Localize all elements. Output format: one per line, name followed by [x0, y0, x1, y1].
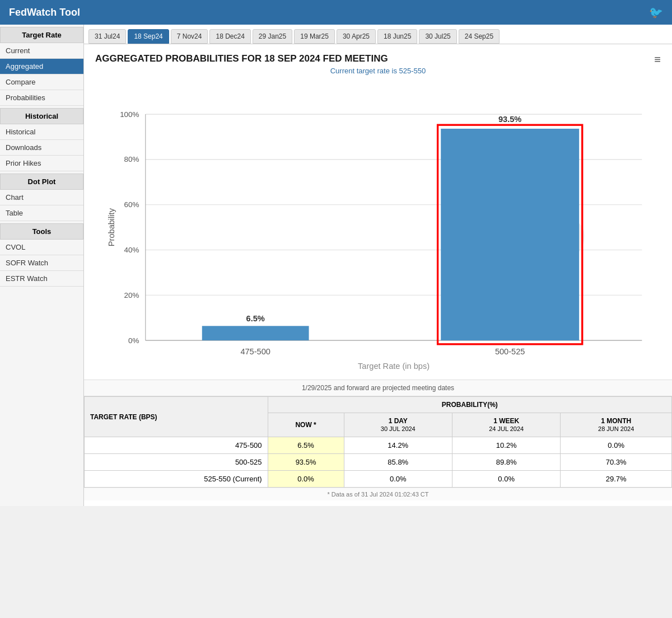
now-500-525: 93.5% — [268, 454, 344, 471]
svg-text:Target Rate (in bps): Target Rate (in bps) — [358, 362, 430, 371]
col-header-now: NOW * — [268, 413, 344, 437]
table-row: 500-525 93.5% 85.8% 89.8% 70.3% — [85, 454, 672, 471]
col-header-target-rate: TARGET RATE (BPS) — [85, 397, 268, 437]
now-475-500: 6.5% — [268, 437, 344, 454]
sidebar-item-probabilities[interactable]: Probabilities — [0, 90, 83, 106]
sidebar-item-estr-watch[interactable]: ESTR Watch — [0, 271, 83, 287]
data-table: TARGET RATE (BPS) PROBABILITY(%) NOW * 1… — [84, 396, 672, 488]
col-header-1day: 1 DAY 30 JUL 2024 — [344, 413, 452, 437]
chart-subtitle: Current target rate is 525-550 — [95, 67, 661, 75]
col-header-1week: 1 WEEK 24 JUL 2024 — [452, 413, 560, 437]
svg-text:0%: 0% — [128, 336, 139, 345]
month1-500-525: 70.3% — [561, 454, 672, 471]
sidebar-item-chart[interactable]: Chart — [0, 190, 83, 205]
bar-475-500 — [202, 326, 309, 340]
tab-18jun25[interactable]: 18 Jun25 — [377, 29, 417, 44]
probability-table: TARGET RATE (BPS) PROBABILITY(%) NOW * 1… — [84, 396, 672, 506]
table-footnote: * Data as of 31 Jul 2024 01:02:43 CT — [84, 488, 672, 500]
rate-525-550: 525-550 (Current) — [85, 471, 268, 488]
tab-19mar25[interactable]: 19 Mar25 — [294, 29, 335, 44]
svg-text:6.5%: 6.5% — [246, 314, 265, 323]
bar-chart: Probability 0% 20% 40% 60% 80% 100% — [95, 83, 661, 374]
sidebar-item-compare[interactable]: Compare — [0, 74, 83, 90]
col-header-probability: PROBABILITY(%) — [268, 397, 671, 413]
app-header: FedWatch Tool 🐦 — [0, 0, 672, 25]
sidebar-section-target-rate: Target Rate — [0, 27, 83, 43]
sidebar-item-cvol[interactable]: CVOL — [0, 240, 83, 255]
rate-475-500: 475-500 — [85, 437, 268, 454]
day1-475-500: 14.2% — [344, 437, 452, 454]
sidebar-item-aggregated[interactable]: Aggregated — [0, 59, 83, 74]
sidebar-item-prior-hikes[interactable]: Prior Hikes — [0, 156, 83, 171]
projected-dates-note: 1/29/2025 and forward are projected meet… — [84, 380, 672, 396]
now-525-550: 0.0% — [268, 471, 344, 488]
month1-475-500: 0.0% — [561, 437, 672, 454]
chart-title: AGGREGATED PROBABILITIES FOR 18 SEP 2024… — [95, 53, 661, 64]
sidebar-item-table[interactable]: Table — [0, 205, 83, 221]
tab-18sep24[interactable]: 18 Sep24 — [128, 29, 169, 44]
tab-31jul24[interactable]: 31 Jul24 — [88, 29, 126, 44]
week1-525-550: 0.0% — [452, 471, 560, 488]
svg-text:80%: 80% — [124, 155, 139, 163]
svg-text:20%: 20% — [124, 291, 139, 299]
chart-container: AGGREGATED PROBABILITIES FOR 18 SEP 2024… — [84, 44, 672, 380]
tab-30apr25[interactable]: 30 Apr25 — [337, 29, 376, 44]
main-content: 31 Jul24 18 Sep24 7 Nov24 18 Dec24 29 Ja… — [84, 25, 672, 506]
svg-text:475-500: 475-500 — [240, 347, 270, 356]
col-header-1month: 1 MONTH 28 JUN 2024 — [561, 413, 672, 437]
week1-500-525: 89.8% — [452, 454, 560, 471]
tab-7nov24[interactable]: 7 Nov24 — [171, 29, 208, 44]
week1-475-500: 10.2% — [452, 437, 560, 454]
table-row: 475-500 6.5% 14.2% 10.2% 0.0% — [85, 437, 672, 454]
svg-text:500-525: 500-525 — [495, 347, 525, 356]
tab-18dec24[interactable]: 18 Dec24 — [209, 29, 250, 44]
app-title: FedWatch Tool — [9, 7, 80, 18]
sidebar-section-tools: Tools — [0, 223, 83, 240]
sidebar-section-dot-plot: Dot Plot — [0, 174, 83, 190]
y-axis-label: Probability — [107, 208, 116, 246]
day1-525-550: 0.0% — [344, 471, 452, 488]
svg-text:40%: 40% — [124, 246, 139, 254]
sidebar-item-historical[interactable]: Historical — [0, 124, 83, 140]
table-row: 525-550 (Current) 0.0% 0.0% 0.0% 29.7% — [85, 471, 672, 488]
sidebar-item-sofr-watch[interactable]: SOFR Watch — [0, 255, 83, 271]
svg-text:60%: 60% — [124, 200, 139, 209]
chart-menu-icon[interactable]: ≡ — [654, 53, 661, 66]
main-layout: Target Rate Current Aggregated Compare P… — [0, 25, 672, 506]
chart-svg: Probability 0% 20% 40% 60% 80% 100% — [95, 83, 661, 372]
svg-text:100%: 100% — [120, 110, 139, 119]
rate-500-525: 500-525 — [85, 454, 268, 471]
day1-500-525: 85.8% — [344, 454, 452, 471]
month1-525-550: 29.7% — [561, 471, 672, 488]
bar-500-525 — [441, 129, 579, 340]
sidebar-item-current[interactable]: Current — [0, 43, 83, 59]
tab-24sep25[interactable]: 24 Sep25 — [459, 29, 500, 44]
meeting-tabs: 31 Jul24 18 Sep24 7 Nov24 18 Dec24 29 Ja… — [84, 25, 672, 44]
sidebar-section-historical: Historical — [0, 108, 83, 124]
svg-text:93.5%: 93.5% — [498, 115, 521, 124]
tab-30jul25[interactable]: 30 Jul25 — [419, 29, 456, 44]
sidebar: Target Rate Current Aggregated Compare P… — [0, 25, 84, 506]
twitter-icon[interactable]: 🐦 — [649, 6, 663, 19]
sidebar-item-downloads[interactable]: Downloads — [0, 140, 83, 156]
tab-29jan25[interactable]: 29 Jan25 — [253, 29, 292, 44]
